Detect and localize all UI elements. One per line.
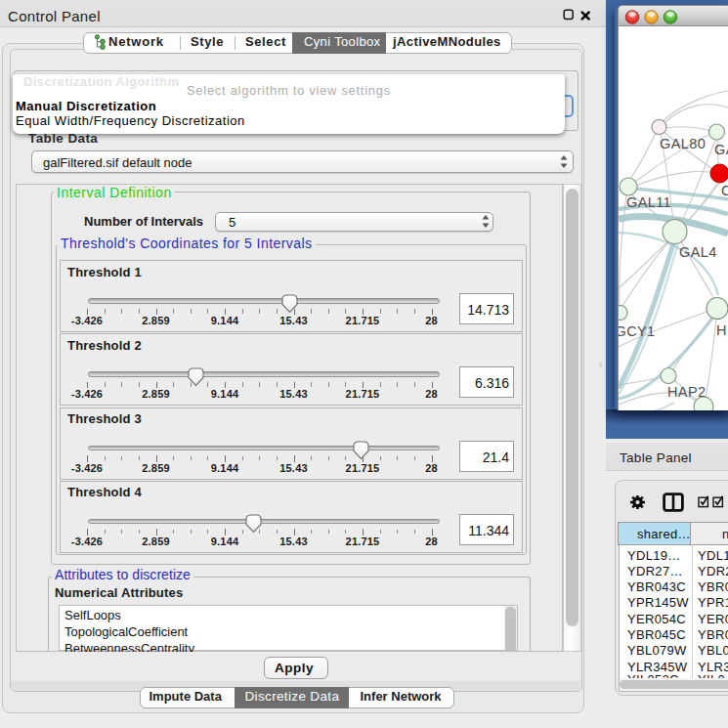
svg-text:HAP2: HAP2 — [667, 384, 706, 400]
svg-text:GA: GA — [714, 142, 728, 157]
svg-text:GAL4: GAL4 — [679, 244, 717, 260]
svg-text:GCY1: GCY1 — [619, 323, 656, 339]
svg-text:GAL80: GAL80 — [660, 136, 706, 151]
svg-text:H: H — [716, 322, 727, 338]
svg-text:GAL11: GAL11 — [626, 194, 671, 210]
svg-text:C: C — [721, 183, 728, 198]
